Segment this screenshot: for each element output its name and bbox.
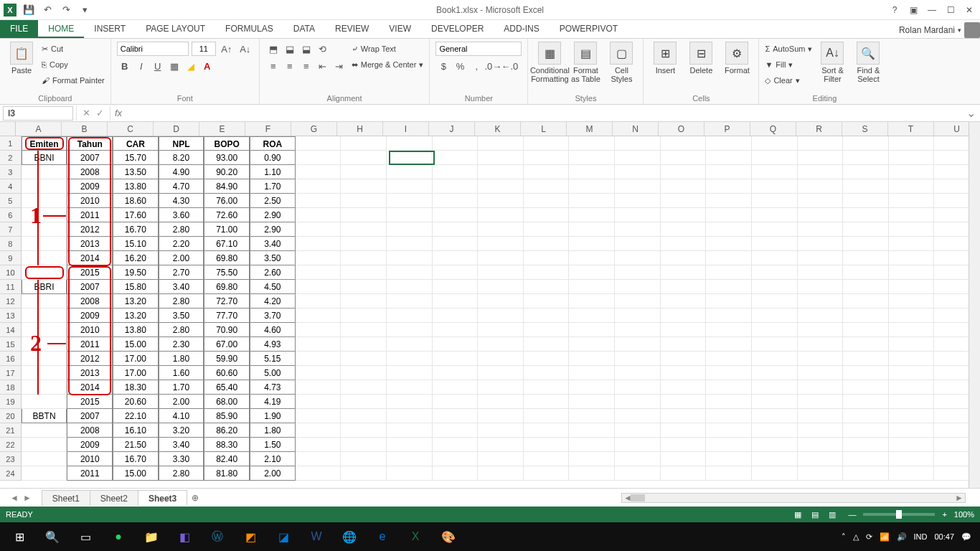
cell[interactable]: [524, 438, 570, 452]
cell[interactable]: [889, 309, 935, 323]
column-header[interactable]: B: [62, 122, 108, 136]
font-name-input[interactable]: [117, 42, 189, 56]
cell[interactable]: 2015: [67, 265, 113, 280]
cell[interactable]: [889, 194, 935, 208]
cell[interactable]: [433, 423, 479, 438]
cell[interactable]: [752, 222, 798, 237]
cell[interactable]: [296, 237, 341, 251]
cell-styles-button[interactable]: ▢Cell Styles: [606, 42, 637, 83]
cell[interactable]: [569, 136, 615, 151]
user-account[interactable]: Rolan Mardani ▾: [899, 22, 980, 38]
cell[interactable]: 2007: [67, 151, 113, 165]
cancel-formula-icon[interactable]: ✕: [83, 108, 90, 118]
row-header[interactable]: 16: [0, 352, 22, 366]
cell[interactable]: [478, 222, 524, 237]
cell[interactable]: 70.90: [204, 323, 250, 337]
cell[interactable]: [569, 395, 615, 409]
row-header[interactable]: 6: [0, 208, 22, 222]
cell[interactable]: [706, 208, 752, 222]
cell[interactable]: 68.00: [204, 395, 250, 409]
cell[interactable]: 2009: [67, 438, 113, 452]
cell[interactable]: [296, 395, 341, 409]
cell[interactable]: 3.40: [250, 237, 296, 251]
cell[interactable]: [478, 280, 524, 294]
edge-icon[interactable]: e: [366, 522, 399, 551]
cell[interactable]: [524, 165, 570, 179]
cell[interactable]: [615, 452, 661, 466]
cell[interactable]: [843, 280, 889, 294]
cell[interactable]: 13.20: [113, 294, 159, 309]
cell[interactable]: 3.40: [159, 280, 204, 294]
cell[interactable]: 2015: [67, 395, 113, 409]
cell[interactable]: [524, 409, 570, 423]
cell[interactable]: 72.60: [204, 208, 250, 222]
cell[interactable]: [341, 237, 387, 251]
cell[interactable]: 18.30: [113, 380, 159, 395]
cell[interactable]: [752, 352, 798, 366]
column-header[interactable]: E: [199, 122, 245, 136]
cell[interactable]: 15.70: [113, 151, 159, 165]
cell[interactable]: [341, 294, 387, 309]
cell[interactable]: [706, 280, 752, 294]
cell[interactable]: 4.20: [250, 294, 296, 309]
cell[interactable]: [615, 309, 661, 323]
cell[interactable]: [478, 466, 524, 481]
cell[interactable]: [798, 237, 844, 251]
cell[interactable]: [889, 165, 935, 179]
cell[interactable]: [433, 265, 479, 280]
cell[interactable]: [752, 366, 798, 380]
cell[interactable]: [843, 194, 889, 208]
cell[interactable]: [478, 294, 524, 309]
row-header[interactable]: 22: [0, 438, 22, 452]
save-icon[interactable]: 💾: [22, 3, 36, 17]
cell[interactable]: [843, 294, 889, 309]
cell[interactable]: [843, 151, 889, 165]
cell[interactable]: [22, 423, 67, 438]
cell[interactable]: [296, 251, 341, 265]
cell[interactable]: [752, 208, 798, 222]
cell[interactable]: 77.70: [204, 309, 250, 323]
cell[interactable]: [387, 237, 433, 251]
cell[interactable]: [296, 179, 341, 194]
cell[interactable]: [706, 337, 752, 352]
cell[interactable]: [387, 423, 433, 438]
cell[interactable]: [843, 251, 889, 265]
cell[interactable]: [387, 194, 433, 208]
cell[interactable]: [478, 265, 524, 280]
cell[interactable]: [889, 222, 935, 237]
cell[interactable]: [22, 395, 67, 409]
format-painter-button[interactable]: 🖌 Format Painter: [42, 73, 105, 88]
cell[interactable]: 2008: [67, 294, 113, 309]
cell[interactable]: [706, 194, 752, 208]
cell[interactable]: [569, 438, 615, 452]
paint-icon[interactable]: 🎨: [432, 522, 465, 551]
maximize-icon[interactable]: ☐: [943, 5, 958, 15]
spreadsheet-grid[interactable]: ABCDEFGHIJKLMNOPQRSTU 1EmitenTahunCARNPL…: [0, 122, 980, 488]
column-header[interactable]: H: [337, 122, 383, 136]
decrease-decimal-icon[interactable]: ←.0: [501, 59, 517, 73]
cell[interactable]: [22, 165, 67, 179]
cell[interactable]: [661, 179, 707, 194]
underline-button[interactable]: U: [150, 59, 166, 73]
cell[interactable]: [22, 352, 67, 366]
cell[interactable]: 3.70: [250, 309, 296, 323]
cell[interactable]: 2.70: [159, 265, 204, 280]
cell[interactable]: [296, 280, 341, 294]
cell[interactable]: 2014: [67, 251, 113, 265]
cell[interactable]: [569, 409, 615, 423]
cell[interactable]: 21.50: [113, 438, 159, 452]
cell[interactable]: [615, 165, 661, 179]
tray-language[interactable]: IND: [914, 532, 928, 541]
cell[interactable]: [843, 237, 889, 251]
file-explorer-icon[interactable]: 📁: [135, 522, 168, 551]
cell[interactable]: 3.20: [159, 423, 204, 438]
cell[interactable]: 2011: [67, 337, 113, 352]
row-header[interactable]: 11: [0, 280, 22, 294]
cell[interactable]: 5.15: [250, 352, 296, 366]
cell[interactable]: [524, 395, 570, 409]
cell[interactable]: [843, 466, 889, 481]
cell[interactable]: 5.00: [250, 366, 296, 380]
cell[interactable]: [433, 165, 479, 179]
cell[interactable]: [524, 366, 570, 380]
cell[interactable]: [22, 194, 67, 208]
